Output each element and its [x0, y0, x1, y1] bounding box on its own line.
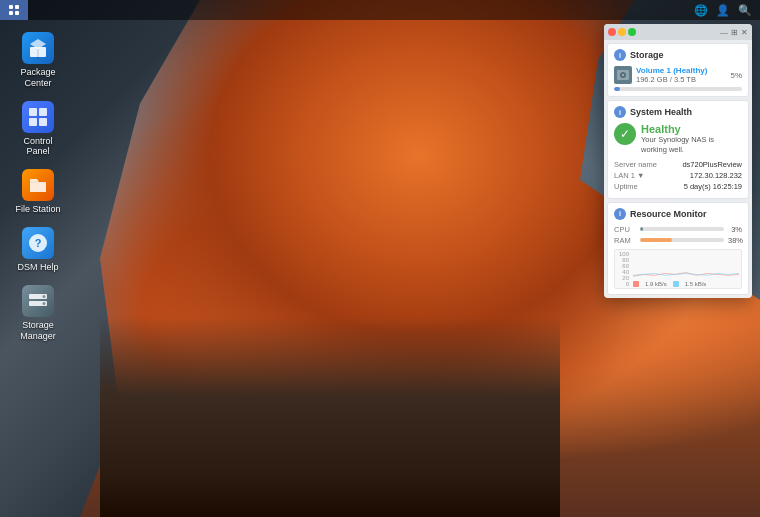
volume-name: Volume 1 (Healthy)	[636, 66, 726, 75]
cpu-label: CPU	[614, 225, 636, 234]
health-section-icon: i	[614, 106, 626, 118]
svg-rect-6	[39, 118, 47, 126]
icon-storage-manager[interactable]: Storage Manager	[8, 281, 68, 346]
storage-title: Storage	[630, 50, 664, 60]
legend-download-dot	[633, 281, 639, 287]
cpu-row: CPU 3%	[614, 225, 742, 234]
lan-row: LAN 1 ▼ 172.30.128.232	[614, 171, 742, 180]
package-center-label: Package Center	[12, 67, 64, 89]
minimize-button[interactable]	[618, 28, 626, 36]
ram-label: RAM	[614, 236, 636, 245]
disk-icon	[614, 66, 632, 84]
ram-bar-fill	[640, 238, 672, 242]
icon-package-center[interactable]: Package Center	[8, 28, 68, 93]
chart-svg-area	[633, 251, 739, 278]
file-station-label: File Station	[15, 204, 60, 215]
health-title: System Health	[630, 107, 692, 117]
resource-section-icon: i	[614, 208, 626, 220]
svg-rect-5	[29, 118, 37, 126]
health-text: Healthy Your Synology NAS is working wel…	[641, 123, 742, 155]
titlebar-actions: — ⊞ ✕	[720, 28, 748, 37]
volume-pct: 5%	[730, 71, 742, 80]
storage-bar	[614, 87, 742, 91]
rock-bottom	[100, 317, 560, 517]
taskbar-right: 🌐 👤 🔍	[694, 4, 760, 17]
lan-label: LAN 1 ▼	[614, 171, 664, 180]
uptime-row: Uptime 5 day(s) 16:25:19	[614, 182, 742, 191]
cpu-bar-bg	[640, 227, 724, 231]
settings-icon[interactable]: ⊞	[731, 28, 738, 37]
server-label: Server name	[614, 160, 664, 169]
health-content: ✓ Healthy Your Synology NAS is working w…	[614, 123, 742, 155]
ram-pct: 38%	[728, 236, 742, 245]
maximize-button[interactable]	[628, 28, 636, 36]
resource-title: Resource Monitor	[630, 209, 707, 219]
cpu-pct: 3%	[728, 225, 742, 234]
dsm-help-icon: ?	[22, 227, 54, 259]
storage-info: Volume 1 (Healthy) 196.2 GB / 3.5 TB	[636, 66, 726, 84]
health-header: i System Health	[614, 106, 742, 118]
panel-titlebar: — ⊞ ✕	[604, 24, 752, 40]
icon-file-station[interactable]: File Station	[8, 165, 68, 219]
uptime-label: Uptime	[614, 182, 664, 191]
network-icon[interactable]: 🌐	[694, 4, 708, 17]
resource-monitor-section: i Resource Monitor CPU 3% RAM 38%	[607, 202, 749, 295]
chart-y-axis: 100 80 60 40 20 0	[615, 250, 631, 278]
storage-header: i Storage	[614, 49, 742, 61]
server-value: ds720PlusReview	[682, 160, 742, 169]
ram-row: RAM 38%	[614, 236, 742, 245]
cpu-bar-fill	[640, 227, 643, 231]
control-panel-label: Control Panel	[12, 136, 64, 158]
svg-point-12	[43, 302, 46, 305]
svg-rect-4	[39, 108, 47, 116]
package-center-icon	[22, 32, 54, 64]
svg-rect-3	[29, 108, 37, 116]
pin-icon[interactable]: —	[720, 28, 728, 37]
system-health-section: i System Health ✓ Healthy Your Synology …	[607, 100, 749, 199]
dsm-help-label: DSM Help	[17, 262, 58, 273]
legend-upload: 1.5 kB/s	[685, 281, 707, 287]
server-name-row: Server name ds720PlusReview	[614, 160, 742, 169]
desktop: 🌐 👤 🔍 Package Center	[0, 0, 760, 517]
storage-section: i Storage Volume 1 (Healthy) 196.2 GB / …	[607, 43, 749, 97]
health-check-icon: ✓	[614, 123, 636, 145]
health-status: Healthy	[641, 123, 742, 135]
svg-text:?: ?	[35, 237, 42, 249]
svg-point-15	[622, 74, 624, 76]
icon-dsm-help[interactable]: ? DSM Help	[8, 223, 68, 277]
widget-panel: — ⊞ ✕ i Storage Volume 1 (	[604, 24, 752, 298]
legend-upload-dot	[673, 281, 679, 287]
storage-volume-row: Volume 1 (Healthy) 196.2 GB / 3.5 TB 5%	[614, 66, 742, 84]
storage-bar-fill	[614, 87, 620, 91]
health-desc: Your Synology NAS is working well.	[641, 135, 742, 155]
grid-icon	[9, 5, 19, 15]
storage-manager-label: Storage Manager	[12, 320, 64, 342]
ram-bar-bg	[640, 238, 724, 242]
storage-section-icon: i	[614, 49, 626, 61]
svg-point-11	[43, 295, 46, 298]
desktop-icon-list: Package Center Control Panel File St	[8, 28, 68, 345]
apps-button[interactable]	[0, 0, 28, 20]
file-station-icon	[22, 169, 54, 201]
icon-control-panel[interactable]: Control Panel	[8, 97, 68, 162]
storage-manager-icon	[22, 285, 54, 317]
taskbar: 🌐 👤 🔍	[0, 0, 760, 20]
control-panel-icon	[22, 101, 54, 133]
lan-value: 172.30.128.232	[690, 171, 742, 180]
volume-detail: 196.2 GB / 3.5 TB	[636, 75, 726, 84]
resource-header: i Resource Monitor	[614, 208, 742, 220]
network-chart: 100 80 60 40 20 0 1	[614, 249, 742, 289]
uptime-value: 5 day(s) 16:25:19	[684, 182, 742, 191]
search-icon[interactable]: 🔍	[738, 4, 752, 17]
fullscreen-icon[interactable]: ✕	[741, 28, 748, 37]
chart-legend: 1.9 kB/s 1.5 kB/s	[633, 281, 706, 287]
legend-download: 1.9 kB/s	[645, 281, 667, 287]
close-button[interactable]	[608, 28, 616, 36]
user-icon[interactable]: 👤	[716, 4, 730, 17]
